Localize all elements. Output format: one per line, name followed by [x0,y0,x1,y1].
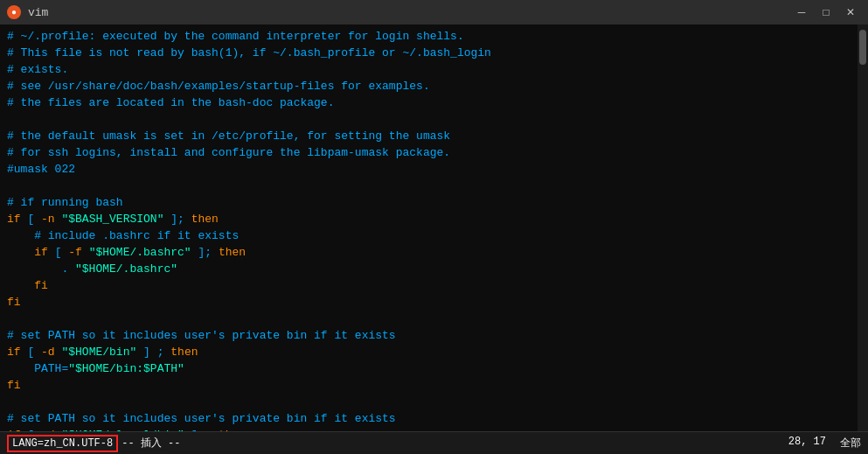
code-line: # include .bashrc if it exists [7,227,851,244]
close-button[interactable]: ✕ [840,4,861,20]
code-line: if [ -f "$HOME/.bashrc" ]; then [7,244,851,261]
code-line: if [ -d "$HOME/.local/bin" ] ; then [7,427,851,431]
minimize-button[interactable]: ─ [791,4,812,20]
scrollbar-thumb[interactable] [859,30,866,65]
code-line: # for ssh logins, install and configure … [7,144,851,161]
lang-setting: LANG=zh_CN.UTF-8 [7,435,118,452]
code-line: # if running bash [7,194,851,211]
app-icon: ● [7,5,21,19]
view-percent: 全部 [840,436,861,451]
statusbar: LANG=zh_CN.UTF-8 -- 插入 -- 28, 17 全部 [0,431,868,454]
code-line: . "$HOME/.bashrc" [7,261,851,277]
maximize-button[interactable]: □ [816,4,837,20]
code-line: # the files are located in the bash-doc … [7,94,851,111]
statusbar-right: 28, 17 全部 [788,436,861,451]
window-controls: ─ □ ✕ [791,4,861,20]
code-line: # ~/.profile: executed by the command in… [7,28,851,45]
editor-mode: -- 插入 -- [122,436,180,451]
statusbar-left: LANG=zh_CN.UTF-8 -- 插入 -- [7,435,180,452]
code-area[interactable]: # ~/.profile: executed by the command in… [0,24,858,431]
code-line: # set PATH so it includes user's private… [7,410,851,427]
titlebar: ● vim ─ □ ✕ [0,0,868,24]
code-line: #umask 022 [7,161,851,178]
editor-container: # ~/.profile: executed by the command in… [0,24,868,431]
titlebar-left: ● vim [7,5,48,19]
code-line: if [ -d "$HOME/bin" ] ; then [7,344,851,360]
cursor-position: 28, 17 [788,436,826,451]
scrollbar[interactable] [858,24,868,431]
code-line: PATH="$HOME/bin:$PATH" [7,360,851,377]
code-line: # the default umask is set in /etc/profi… [7,128,851,144]
code-line: # see /usr/share/doc/bash/examples/start… [7,78,851,94]
code-line: # set PATH so it includes user's private… [7,327,851,344]
code-line: # exists. [7,61,851,78]
code-line: fi [7,277,851,294]
code-line [7,311,851,327]
window-title: vim [28,6,48,19]
code-line: fi [7,377,851,394]
code-line: fi [7,294,851,311]
code-line: if [ -n "$BASH_VERSION" ]; then [7,211,851,227]
code-line: # This file is not read by bash(1), if ~… [7,45,851,61]
code-line [7,394,851,410]
code-line [7,178,851,194]
code-line [7,111,851,128]
